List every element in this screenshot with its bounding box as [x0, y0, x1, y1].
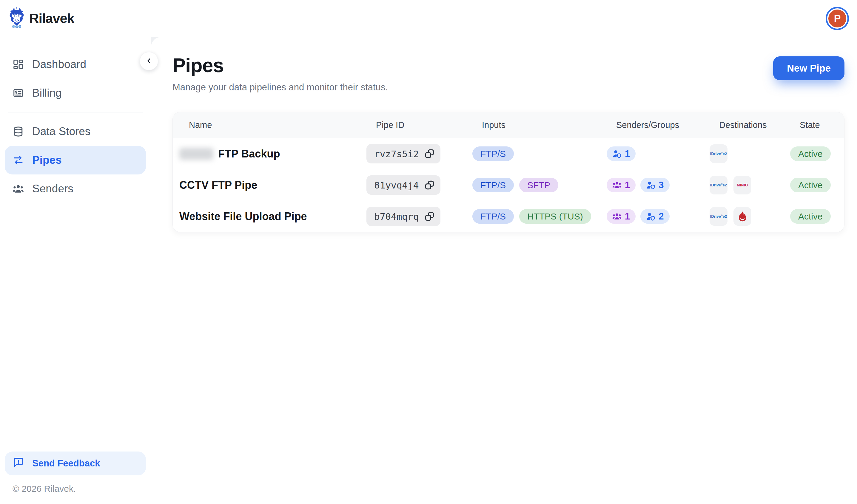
database-icon: [13, 126, 24, 137]
users-group-icon: [612, 212, 622, 221]
idrive-e2-logo: IDrive®e2: [710, 214, 727, 219]
pipe-id-cell: rvz7s5i2: [360, 144, 466, 163]
senders-groups-cell: 12: [600, 209, 703, 224]
copy-icon: [424, 148, 435, 159]
table-row[interactable]: Website File Upload Pipeb704mqrqFTP/SHTT…: [173, 201, 844, 232]
users-group-icon: [612, 180, 622, 190]
copyright-text: © 2026 Rilavek.: [5, 475, 146, 494]
pipe-name: Website File Upload Pipe: [179, 210, 307, 223]
destination-tile: [734, 207, 751, 226]
user-avatar[interactable]: P: [826, 7, 849, 30]
input-protocol-badge: SFTP: [519, 178, 558, 192]
copy-icon: [424, 211, 435, 222]
senders-count: 1: [625, 149, 630, 159]
sidebar: DashboardBillingData StoresPipesSenders …: [0, 37, 151, 504]
sidebar-collapse-button[interactable]: [140, 52, 158, 70]
page-title: Pipes: [172, 54, 388, 77]
sidebar-item-dashboard[interactable]: Dashboard: [5, 50, 146, 79]
senders-count: 1: [625, 180, 630, 191]
brand: Rilavek: [9, 6, 74, 31]
senders-count-badge: 1: [607, 178, 636, 192]
table-body: FTP Backuprvz7s5i2FTP/S1IDrive®e2ActiveC…: [173, 138, 844, 232]
pipe-id-cell: 81yvq4j4: [360, 175, 466, 195]
sidebar-item-label: Data Stores: [32, 125, 90, 138]
monkey-logo-icon: [9, 6, 25, 31]
senders-count: 3: [659, 180, 663, 191]
content-panel: Pipes Manage your data pipelines and mon…: [151, 37, 857, 504]
pipe-id-value: rvz7s5i2: [374, 149, 419, 159]
senders-count-badge: 1: [607, 146, 636, 161]
destinations-cell: IDrive®e2: [703, 144, 784, 163]
destinations-cell: IDrive®e2: [703, 207, 784, 226]
pipe-name: FTP Backup: [218, 147, 280, 160]
sidebar-item-label: Pipes: [32, 154, 62, 167]
inputs-cell: FTP/SHTTPS (TUS): [466, 209, 600, 224]
pipe-name-cell: Website File Upload Pipe: [173, 210, 360, 223]
pipe-id-cell: b704mqrq: [360, 207, 466, 226]
feedback-bubble-icon: [13, 457, 24, 470]
state-badge: Active: [790, 209, 831, 224]
pipe-name-cell: FTP Backup: [173, 147, 360, 160]
sidebar-item-data-stores[interactable]: Data Stores: [5, 117, 146, 146]
senders-count: 1: [625, 211, 630, 222]
page-subtitle: Manage your data pipelines and monitor t…: [172, 82, 388, 93]
destination-tile: IDrive®e2: [710, 176, 727, 194]
sidebar-item-label: Senders: [32, 183, 73, 195]
table-row[interactable]: FTP Backuprvz7s5i2FTP/S1IDrive®e2Active: [173, 138, 844, 169]
backblaze-flame-logo: [737, 210, 748, 223]
table-row[interactable]: CCTV FTP Pipe81yvq4j4FTP/SSFTP13IDrive®e…: [173, 169, 844, 201]
senders-count-badge: 3: [640, 178, 669, 192]
state-badge: Active: [790, 178, 831, 192]
send-feedback-label: Send Feedback: [32, 458, 100, 469]
pipe-id-chip: 81yvq4j4: [366, 175, 440, 195]
sidebar-item-pipes[interactable]: Pipes: [5, 146, 146, 174]
senders-groups-cell: 13: [600, 178, 703, 192]
sidebar-item-label: Billing: [32, 87, 62, 99]
sidebar-divider: [8, 112, 143, 112]
senders-icon: [13, 183, 24, 194]
column-header-inputs: Inputs: [466, 112, 600, 138]
new-pipe-button[interactable]: New Pipe: [773, 56, 844, 80]
senders-groups-cell: 1: [600, 146, 703, 161]
state-cell: Active: [784, 178, 844, 192]
idrive-e2-logo: IDrive®e2: [710, 183, 727, 187]
column-header-senders-groups: Senders/Groups: [600, 112, 703, 138]
app-shell: DashboardBillingData StoresPipesSenders …: [0, 37, 857, 504]
table-header-row: NamePipe IDInputsSenders/GroupsDestinati…: [173, 112, 844, 138]
column-header-state: State: [784, 112, 844, 138]
dashboard-icon: [13, 59, 24, 70]
avatar-initial: P: [828, 10, 846, 28]
minio-logo: MINIO: [737, 183, 748, 187]
senders-count-badge: 2: [640, 209, 669, 224]
destination-tile: MINIO: [734, 176, 751, 194]
sidebar-item-billing[interactable]: Billing: [5, 79, 146, 107]
brand-name: Rilavek: [29, 11, 74, 26]
input-protocol-badge: FTP/S: [472, 209, 514, 224]
idrive-e2-logo: IDrive®e2: [710, 152, 727, 156]
pipe-id-chip: rvz7s5i2: [366, 144, 440, 163]
chevron-left-icon: [145, 57, 153, 66]
sidebar-footer: Send Feedback © 2026 Rilavek.: [5, 452, 146, 494]
copy-pipe-id-button[interactable]: [424, 211, 435, 222]
column-header-pipe-id: Pipe ID: [360, 112, 466, 138]
copy-icon: [424, 179, 435, 191]
copy-pipe-id-button[interactable]: [424, 179, 435, 191]
main-area: Pipes Manage your data pipelines and mon…: [151, 37, 857, 504]
sidebar-item-senders[interactable]: Senders: [5, 174, 146, 203]
redacted-name-prefix: [179, 148, 213, 160]
page-header: Pipes Manage your data pipelines and mon…: [172, 54, 844, 93]
input-protocol-badge: FTP/S: [472, 178, 514, 192]
destination-tile: IDrive®e2: [710, 144, 727, 163]
send-feedback-button[interactable]: Send Feedback: [5, 452, 146, 475]
input-protocol-badge: HTTPS (TUS): [519, 209, 591, 224]
copy-pipe-id-button[interactable]: [424, 148, 435, 159]
pipe-id-chip: b704mqrq: [366, 207, 440, 226]
billing-icon: [13, 87, 24, 99]
sidebar-nav: DashboardBillingData StoresPipesSenders: [5, 50, 146, 203]
topbar: Rilavek P: [0, 0, 857, 37]
sidebar-item-label: Dashboard: [32, 58, 86, 71]
pipe-name-cell: CCTV FTP Pipe: [173, 179, 360, 191]
column-header-destinations: Destinations: [703, 112, 784, 138]
state-cell: Active: [784, 209, 844, 224]
pipe-id-value: b704mqrq: [374, 211, 419, 222]
